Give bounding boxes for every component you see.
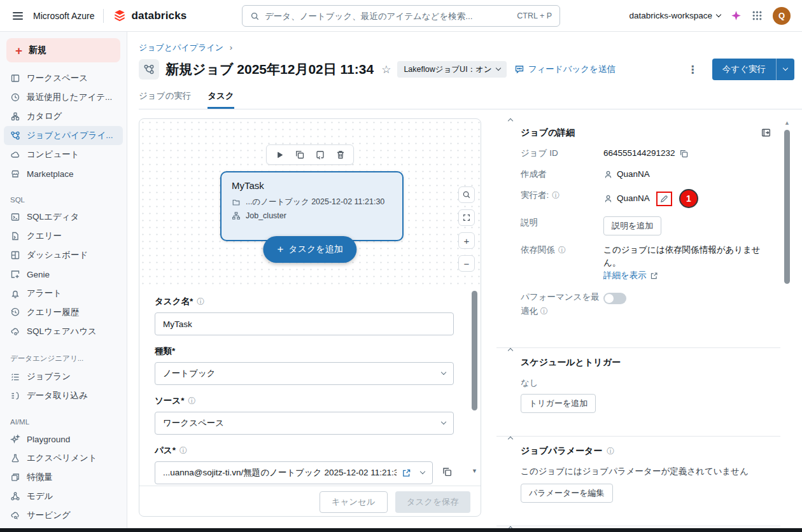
workspace-switcher[interactable]: databricks-workspace: [629, 11, 721, 20]
tab-tasks[interactable]: タスク: [208, 90, 234, 109]
search-input[interactable]: [265, 11, 512, 21]
save-task-button[interactable]: タスクを保存: [395, 491, 470, 513]
sidebar-item-alerts[interactable]: アラート: [4, 284, 123, 303]
tab-job-runs[interactable]: ジョブの実行: [139, 90, 191, 109]
details-scrollbar[interactable]: ▲: [784, 121, 790, 388]
feedback-label: フィードバックを送信: [528, 64, 616, 75]
form-scrollbar[interactable]: ▼: [472, 291, 477, 470]
source-select[interactable]: ワークスペース: [155, 412, 454, 435]
canvas-search-icon[interactable]: [458, 186, 475, 203]
sidebar-item-features[interactable]: 特徴量: [4, 468, 123, 487]
task-name-input[interactable]: [163, 319, 446, 329]
run-task-icon[interactable]: [271, 146, 288, 163]
title-row: 新規ジョブ 2025年12月02日 11:34 ☆ LakeflowジョブUI：…: [139, 57, 794, 81]
lakeflow-ui-toggle[interactable]: LakeflowジョブUI：オン: [397, 61, 506, 78]
collapse-section-icon[interactable]: [508, 348, 513, 353]
sidebar-item-sql-warehouses[interactable]: SQLウェアハウス: [4, 322, 123, 341]
cancel-button[interactable]: キャンセル: [320, 491, 388, 513]
cluster-icon: [232, 211, 241, 220]
assistant-sparkle-icon[interactable]: [731, 10, 742, 21]
edit-parameters-button[interactable]: パラメーターを編集: [521, 484, 613, 503]
dashboard-icon: [10, 250, 20, 260]
add-description-button[interactable]: 説明を追加: [603, 216, 661, 235]
copy-path-button[interactable]: [440, 465, 454, 480]
info-icon: ⓘ: [552, 189, 559, 202]
plus-icon: +: [277, 243, 283, 256]
clock-icon: [10, 92, 20, 102]
sidebar-item-job-runs[interactable]: ジョブラン: [4, 367, 123, 386]
performance-toggle[interactable]: [603, 293, 626, 304]
sidebar-section-aiml: AI/ML: [0, 418, 127, 426]
creator-value: QuanNA: [617, 168, 650, 181]
clone-task-icon[interactable]: [291, 146, 309, 163]
sidebar-item-dashboards[interactable]: ダッシュボード: [4, 246, 123, 265]
task-node-cluster: Job_cluster: [246, 211, 286, 220]
kebab-menu-icon[interactable]: ⋮: [681, 63, 705, 76]
task-node-notebook: ...のノートブック 2025-12-02 11:21:30: [246, 197, 384, 207]
sidebar-item-workspace[interactable]: ワークスペース: [4, 69, 123, 88]
sidebar-item-playground[interactable]: Playground: [4, 430, 123, 449]
sidebar-item-sql-editor[interactable]: SQLエディタ: [4, 207, 123, 227]
apps-grid-icon[interactable]: [752, 10, 763, 21]
path-input[interactable]: [163, 468, 397, 478]
avatar[interactable]: Q: [773, 7, 791, 25]
path-field: [155, 461, 433, 484]
add-task-button[interactable]: + タスクを追加: [263, 236, 356, 263]
sidebar-item-catalog[interactable]: カタログ: [4, 107, 123, 126]
sidebar-item-queries[interactable]: クエリー: [4, 227, 123, 246]
add-trigger-button[interactable]: トリガーを追加: [521, 394, 596, 413]
swap-task-icon[interactable]: [311, 146, 329, 163]
scrollbar-thumb[interactable]: [784, 130, 790, 284]
info-icon: ⓘ: [558, 244, 566, 256]
collapse-section-icon[interactable]: [508, 437, 513, 442]
new-button[interactable]: + 新規: [6, 38, 120, 62]
feedback-bubble-icon: [514, 64, 524, 74]
sidebar-item-jobs-pipelines[interactable]: ジョブとパイプライ...: [4, 126, 123, 145]
sidebar-item-query-history[interactable]: クエリー履歴: [4, 303, 123, 322]
task-node[interactable]: MyTask ...のノートブック 2025-12-02 11:21:30 Jo…: [220, 171, 404, 241]
lineage-details-link[interactable]: 詳細を表示: [603, 269, 658, 282]
zoom-in-icon[interactable]: +: [458, 232, 475, 249]
scrollbar-thumb[interactable]: [472, 291, 477, 410]
zoom-out-icon[interactable]: −: [458, 255, 475, 272]
task-node-name: MyTask: [232, 180, 392, 191]
path-dropdown-chevron-icon[interactable]: [420, 469, 425, 474]
sidebar-item-compute[interactable]: コンピュート: [4, 145, 123, 164]
dag-canvas[interactable]: MyTask ...のノートブック 2025-12-02 11:21:30 Jo…: [139, 119, 481, 287]
workspace-icon: [10, 73, 20, 83]
databricks-logo[interactable]: databricks: [113, 9, 186, 23]
new-button-label: 新規: [29, 45, 46, 56]
edit-run-as-highlight[interactable]: [656, 192, 672, 206]
pencil-icon[interactable]: [659, 194, 669, 204]
sidebar-item-recents[interactable]: 最近使用したアイテ...: [4, 88, 123, 107]
source-value: ワークスペース: [163, 417, 224, 429]
schedule-title: スケジュールとトリガー: [521, 357, 768, 368]
sidebar-item-marketplace[interactable]: Marketplace: [4, 164, 123, 183]
copy-icon[interactable]: [679, 149, 689, 158]
collapse-section-icon[interactable]: [508, 118, 513, 123]
hamburger-menu-icon[interactable]: [11, 10, 24, 22]
type-select[interactable]: ノートブック: [155, 362, 454, 385]
delete-task-icon[interactable]: [332, 146, 349, 163]
fit-view-icon[interactable]: [458, 209, 475, 226]
task-name-field: [155, 312, 454, 335]
open-notebook-icon[interactable]: [402, 468, 411, 478]
run-options-chevron-icon[interactable]: [777, 59, 794, 80]
feedback-link[interactable]: フィードバックを送信: [514, 64, 616, 75]
sidebar-item-experiments[interactable]: エクスペリメント: [4, 449, 123, 468]
task-form: タスク名* ⓘ 種類* ノートブック ソース* ⓘ ワークスペース: [139, 287, 481, 486]
sidebar-item-genie[interactable]: Genie: [4, 265, 123, 284]
run-now-button[interactable]: 今すぐ実行: [712, 59, 794, 80]
run-now-label: 今すぐ実行: [712, 59, 776, 80]
sidebar-item-serving[interactable]: サービング: [4, 506, 123, 525]
favorite-star-icon[interactable]: ☆: [381, 63, 391, 76]
scroll-up-icon[interactable]: ▲: [784, 120, 790, 126]
global-search[interactable]: CTRL + P: [242, 5, 560, 27]
search-icon: [250, 11, 260, 21]
sidebar-item-data-ingestion[interactable]: データ取り込み: [4, 386, 123, 405]
sql-editor-icon: [10, 212, 20, 222]
breadcrumb-link-jobs[interactable]: ジョブとパイプライン: [139, 43, 223, 52]
scroll-down-icon[interactable]: ▼: [472, 468, 477, 474]
sidebar-item-models[interactable]: モデル: [4, 487, 123, 506]
collapse-panel-icon[interactable]: [761, 127, 771, 141]
